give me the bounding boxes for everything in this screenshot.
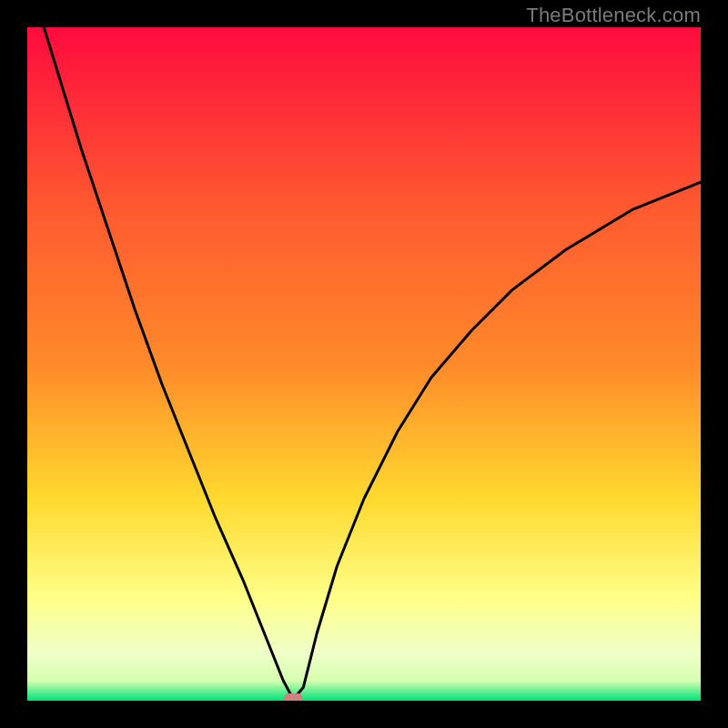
gradient-background: [27, 27, 701, 701]
chart-frame: TheBottleneck.com: [0, 0, 728, 728]
watermark-text: TheBottleneck.com: [526, 4, 701, 27]
optimal-point-marker: [284, 693, 302, 701]
chart-svg: [27, 27, 701, 701]
plot-area: [27, 27, 701, 701]
